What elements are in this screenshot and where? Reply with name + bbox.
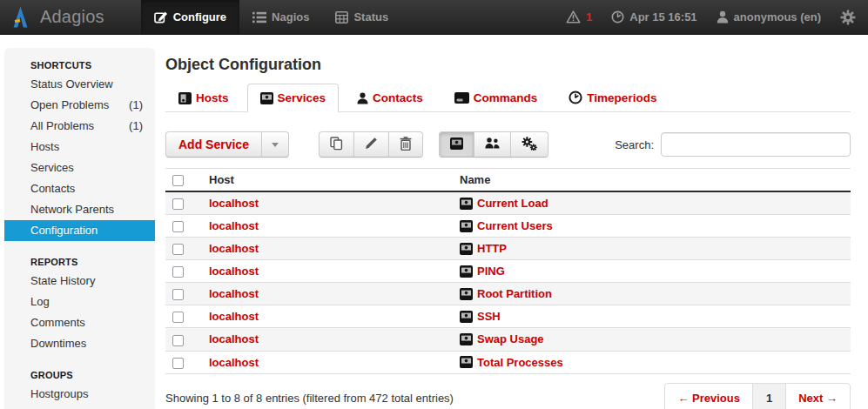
sidebar-item-configuration[interactable]: Configuration — [4, 220, 155, 241]
service-link[interactable]: Root Partition — [477, 287, 552, 300]
sidebar-section-title: REPORTS — [4, 253, 155, 271]
host-link[interactable]: localhost — [209, 265, 259, 278]
sidebar-item-services[interactable]: Services — [4, 158, 155, 178]
service-icon — [460, 288, 473, 300]
page-title: Object Configuration — [165, 56, 851, 74]
row-checkbox[interactable] — [172, 358, 184, 369]
table-header-row: Host Name — [165, 169, 851, 192]
service-icon — [460, 243, 473, 255]
row-checkbox[interactable] — [172, 221, 184, 232]
copy-button[interactable] — [319, 131, 354, 158]
service-link[interactable]: PING — [477, 265, 505, 278]
tab-hosts[interactable]: Hosts — [165, 84, 242, 112]
row-checkbox[interactable] — [172, 335, 184, 346]
sidebar-item-label: Status Overview — [30, 77, 113, 91]
table-icon — [335, 11, 348, 23]
sidebar-sections: SHORTCUTS Status Overview Open Problems … — [4, 57, 155, 405]
table-row: localhost Current Load — [165, 191, 851, 215]
host-link[interactable]: localhost — [209, 242, 259, 255]
pagination: ← Previous 1 Next → — [664, 383, 851, 409]
services-view-button[interactable] — [439, 131, 474, 158]
tab-contacts[interactable]: Contacts — [344, 84, 436, 112]
search-label: Search: — [615, 138, 654, 151]
sidebar-item-downtimes[interactable]: Downtimes — [4, 333, 155, 354]
user-icon — [717, 10, 729, 23]
warning-icon — [566, 10, 581, 23]
contact-icon — [357, 92, 368, 104]
nav-item-label: Nagios — [272, 10, 309, 23]
brand[interactable]: Adagios — [0, 0, 117, 34]
row-checkbox[interactable] — [172, 266, 184, 278]
user-menu[interactable]: anonymous (en) — [717, 10, 821, 23]
navbar-right: 1 Apr 15 16:51 anonymous (en) — [566, 0, 868, 34]
add-service-dropdown-button[interactable] — [261, 131, 289, 158]
table-row: localhost Swap Usage — [165, 328, 851, 351]
object-tabs: Hosts Services — [165, 83, 851, 112]
search-input[interactable] — [661, 132, 851, 157]
service-link[interactable]: HTTP — [477, 242, 507, 255]
sidebar-item-contacts[interactable]: Contacts — [4, 178, 155, 199]
edit-button[interactable] — [353, 131, 389, 158]
host-link[interactable]: localhost — [209, 310, 259, 323]
column-header-host[interactable]: Host — [202, 169, 453, 192]
row-checkbox[interactable] — [172, 198, 184, 210]
sidebar-item-status-overview[interactable]: Status Overview — [4, 74, 155, 95]
row-checkbox[interactable] — [172, 244, 184, 255]
sidebar-item-log[interactable]: Log — [4, 292, 155, 312]
settings-gear-icon[interactable] — [840, 10, 856, 25]
service-link[interactable]: Total Processes — [477, 356, 563, 369]
table-footer: Showing 1 to 8 of 8 entries (filtered fr… — [165, 383, 851, 409]
add-service-button[interactable]: Add Service — [165, 131, 262, 158]
datetime-display[interactable]: Apr 15 16:51 — [611, 10, 696, 23]
sidebar-item-hostgroups[interactable]: Hostgroups — [4, 384, 155, 405]
service-link[interactable]: Current Users — [477, 219, 553, 232]
host-link[interactable]: localhost — [209, 356, 259, 369]
alerts-indicator[interactable]: 1 — [566, 10, 592, 23]
current-page-button[interactable]: 1 — [752, 384, 785, 409]
sidebar-item-state-history[interactable]: State History — [4, 271, 155, 292]
sidebar-item-open-problems[interactable]: Open Problems (1) — [4, 95, 155, 116]
next-page-button[interactable]: Next → — [785, 384, 850, 409]
tab-label: Services — [278, 91, 326, 104]
tab-commands[interactable]: Commands — [441, 84, 551, 112]
column-header-name[interactable]: Name — [453, 169, 851, 192]
service-icon — [450, 137, 463, 152]
tab-label: Contacts — [373, 91, 423, 104]
sidebar-item-badge: (1) — [129, 119, 143, 133]
host-link[interactable]: localhost — [209, 219, 259, 232]
sidebar-item-network-parents[interactable]: Network Parents — [4, 199, 155, 220]
contacts-view-button[interactable] — [474, 131, 511, 158]
nav-item-nagios[interactable]: Nagios — [239, 0, 322, 34]
delete-button[interactable] — [388, 131, 423, 158]
host-link[interactable]: localhost — [209, 332, 259, 345]
caret-down-icon — [272, 143, 279, 147]
service-icon — [460, 198, 473, 210]
host-link[interactable]: localhost — [209, 197, 259, 210]
tab-label: Timeperiods — [587, 91, 656, 104]
sidebar-item-comments[interactable]: Comments — [4, 312, 155, 333]
settings-view-button[interactable] — [510, 131, 548, 158]
tab-services[interactable]: Services — [247, 84, 340, 112]
select-all-checkbox[interactable] — [172, 175, 184, 186]
service-link[interactable]: Swap Usage — [477, 332, 544, 345]
nav-item-configure[interactable]: Configure — [141, 0, 239, 34]
sidebar-item-all-problems[interactable]: All Problems (1) — [4, 116, 155, 137]
clock-icon — [611, 10, 624, 23]
sidebar-item-label: Hosts — [30, 140, 59, 154]
row-checkbox[interactable] — [172, 289, 184, 300]
service-link[interactable]: Current Load — [477, 197, 548, 210]
host-icon — [178, 92, 192, 104]
sidebar: SHORTCUTS Status Overview Open Problems … — [4, 48, 155, 409]
search-box: Search: — [615, 132, 851, 157]
sidebar-item-hosts[interactable]: Hosts — [4, 137, 155, 158]
tab-timeperiods[interactable]: Timeperiods — [555, 83, 670, 112]
host-link[interactable]: localhost — [209, 287, 259, 300]
previous-page-button[interactable]: ← Previous — [665, 384, 752, 409]
sidebar-section: REPORTS State History Log Comments Downt… — [4, 253, 155, 354]
row-checkbox[interactable] — [172, 312, 184, 323]
table-row: localhost PING — [165, 260, 851, 283]
adagios-logo-icon — [9, 5, 32, 29]
tab-label: Hosts — [196, 91, 229, 104]
service-link[interactable]: SSH — [477, 310, 501, 323]
nav-item-status[interactable]: Status — [322, 0, 401, 34]
